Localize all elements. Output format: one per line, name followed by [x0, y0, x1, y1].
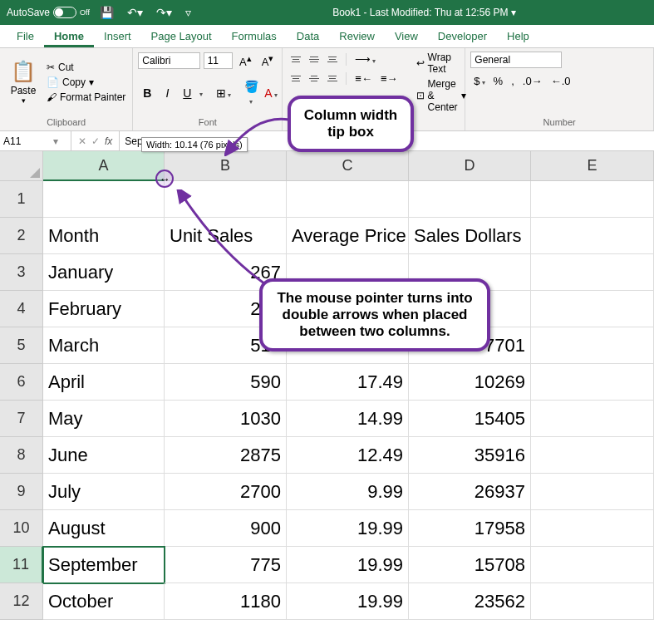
row-header-2[interactable]: 2 — [0, 218, 43, 254]
fx-icon[interactable]: fx — [105, 135, 112, 147]
select-all-corner[interactable] — [0, 151, 43, 181]
align-middle-button[interactable] — [306, 52, 322, 66]
cell-B10[interactable]: 900 — [165, 510, 287, 547]
cell-C7[interactable]: 14.99 — [287, 401, 409, 437]
row-header-8[interactable]: 8 — [0, 437, 43, 474]
percent-format-button[interactable]: % — [490, 73, 507, 89]
name-box[interactable]: ▾ — [0, 131, 71, 150]
align-bottom-button[interactable] — [324, 52, 341, 66]
cell-E11[interactable] — [531, 547, 654, 583]
cell-C11[interactable]: 19.99 — [287, 547, 409, 583]
cell-D7[interactable]: 15405 — [409, 401, 531, 437]
shrink-font-button[interactable]: A▾ — [258, 52, 278, 70]
name-box-dropdown[interactable]: ▾ — [53, 135, 58, 147]
tab-developer[interactable]: Developer — [428, 25, 497, 47]
cancel-formula-icon[interactable]: ✕ — [78, 135, 86, 147]
row-header-11[interactable]: 11 — [0, 547, 43, 583]
increase-indent-button[interactable]: ≡→ — [377, 71, 401, 86]
cell-A10[interactable]: August — [43, 510, 165, 547]
tab-insert[interactable]: Insert — [94, 25, 141, 47]
toggle-switch[interactable] — [53, 7, 76, 18]
cell-A6[interactable]: April — [43, 364, 165, 401]
cell-D6[interactable]: 10269 — [409, 364, 531, 401]
tab-help[interactable]: Help — [497, 25, 539, 47]
cell-A8[interactable]: June — [43, 437, 165, 474]
copy-button[interactable]: 📄Copy ▾ — [45, 76, 127, 89]
row-header-6[interactable]: 6 — [0, 364, 43, 401]
row-header-10[interactable]: 10 — [0, 510, 43, 547]
column-header-C[interactable]: C — [287, 151, 409, 181]
cell-E5[interactable] — [531, 327, 654, 364]
border-button[interactable]: ⊞ — [213, 85, 231, 101]
align-center-button[interactable] — [306, 71, 322, 86]
row-header-1[interactable]: 1 — [0, 181, 43, 218]
cell-B6[interactable]: 590 — [165, 364, 287, 401]
cell-D12[interactable]: 23562 — [409, 583, 531, 620]
cell-D9[interactable]: 26937 — [409, 474, 531, 510]
cell-E12[interactable] — [531, 583, 654, 620]
decrease-indent-button[interactable]: ≡← — [352, 71, 376, 86]
merge-center-button[interactable]: ⊡Merge & Center ▾ — [415, 77, 468, 114]
cell-B11[interactable]: 775 — [165, 547, 287, 583]
tab-page-layout[interactable]: Page Layout — [141, 25, 222, 47]
format-painter-button[interactable]: 🖌Format Painter — [45, 91, 127, 104]
cell-E3[interactable] — [531, 254, 654, 291]
qat-more[interactable]: ▿ — [182, 6, 194, 19]
cell-B7[interactable]: 1030 — [165, 401, 287, 437]
cut-button[interactable]: ✂Cut — [45, 61, 127, 74]
cell-A5[interactable]: March — [43, 327, 165, 364]
cell-A2[interactable]: Month — [43, 218, 165, 254]
accounting-format-button[interactable]: $ — [470, 73, 488, 89]
cell-A9[interactable]: July — [43, 474, 165, 510]
cell-C2[interactable]: Average Price — [287, 218, 409, 254]
row-header-7[interactable]: 7 — [0, 401, 43, 437]
cell-E9[interactable] — [531, 474, 654, 510]
cell-A11[interactable]: September — [43, 547, 165, 583]
cell-D1[interactable] — [409, 181, 531, 218]
column-header-A[interactable]: A — [43, 151, 165, 181]
cell-C1[interactable] — [287, 181, 409, 218]
tab-home[interactable]: Home — [44, 25, 94, 47]
cell-A1[interactable] — [43, 181, 165, 218]
cell-D2[interactable]: Sales Dollars — [409, 218, 531, 254]
cell-C9[interactable]: 9.99 — [287, 474, 409, 510]
name-box-input[interactable] — [3, 135, 53, 147]
orientation-button[interactable]: ⟶ — [352, 52, 379, 67]
cell-E1[interactable] — [531, 181, 654, 218]
save-icon[interactable]: 💾 — [96, 6, 117, 19]
wrap-text-button[interactable]: ↩Wrap Text — [415, 51, 468, 76]
tab-review[interactable]: Review — [329, 25, 385, 47]
cell-A12[interactable]: October — [43, 583, 165, 620]
cell-E2[interactable] — [531, 218, 654, 254]
row-header-3[interactable]: 3 — [0, 254, 43, 291]
fill-color-button[interactable]: 🪣 — [241, 78, 259, 108]
tab-file[interactable]: File — [7, 25, 44, 47]
cell-B9[interactable]: 2700 — [165, 474, 287, 510]
cell-A4[interactable]: February — [43, 291, 165, 327]
tab-formulas[interactable]: Formulas — [222, 25, 287, 47]
align-left-button[interactable] — [288, 71, 304, 86]
autosave-toggle[interactable]: AutoSave Off — [7, 7, 90, 18]
row-header-9[interactable]: 9 — [0, 474, 43, 510]
grow-font-button[interactable]: A▴ — [236, 52, 255, 70]
align-top-button[interactable] — [288, 52, 304, 66]
undo-icon[interactable]: ↶▾ — [124, 6, 146, 19]
paste-button[interactable]: 📋 Paste ▾ — [5, 52, 42, 113]
enter-formula-icon[interactable]: ✓ — [91, 135, 100, 147]
cell-B12[interactable]: 1180 — [165, 583, 287, 620]
italic-button[interactable]: I — [158, 85, 176, 101]
cell-E6[interactable] — [531, 364, 654, 401]
underline-dropdown[interactable] — [198, 87, 203, 99]
column-header-E[interactable]: E — [531, 151, 654, 181]
column-header-D[interactable]: D — [409, 151, 531, 181]
tab-data[interactable]: Data — [287, 25, 329, 47]
increase-decimal-button[interactable]: .0→ — [519, 73, 546, 89]
cell-B8[interactable]: 2875 — [165, 437, 287, 474]
cell-E7[interactable] — [531, 401, 654, 437]
underline-button[interactable]: U — [178, 85, 196, 101]
cell-D8[interactable]: 35916 — [409, 437, 531, 474]
cell-D10[interactable]: 17958 — [409, 510, 531, 547]
bold-button[interactable]: B — [138, 85, 156, 101]
cell-A3[interactable]: January — [43, 254, 165, 291]
cell-D11[interactable]: 15708 — [409, 547, 531, 583]
